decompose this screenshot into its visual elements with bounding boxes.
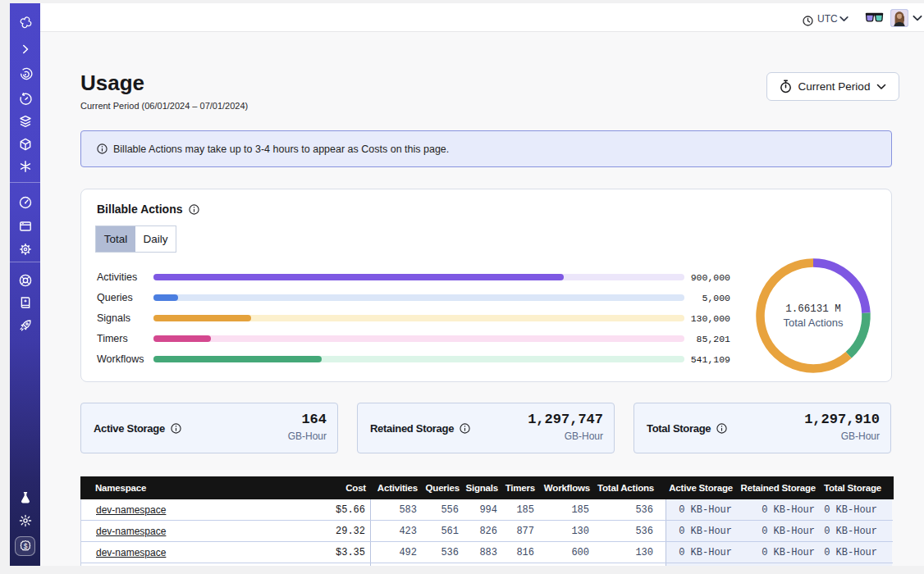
svg-text:$: $ [23, 542, 27, 550]
